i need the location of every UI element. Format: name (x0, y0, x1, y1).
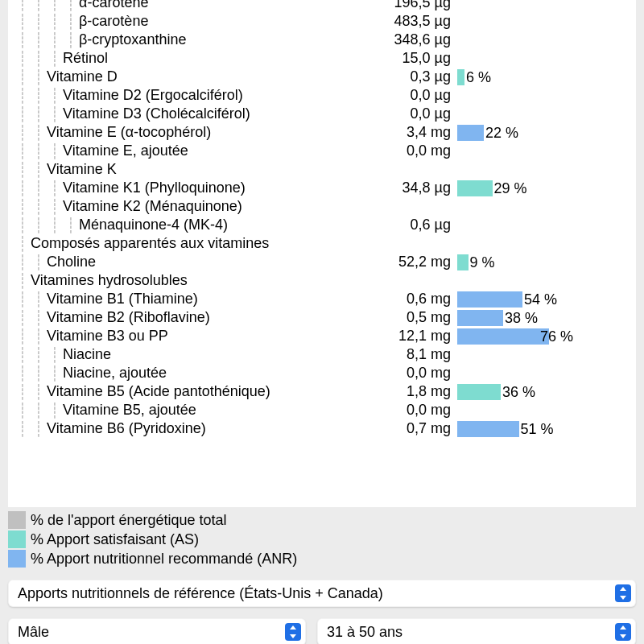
nutrient-label: Vitamines hydrosolubles (31, 272, 188, 289)
tree-guide: ┊ (31, 291, 47, 308)
tree-guide: ┊ (14, 291, 31, 308)
tree-guide: ┊ (63, 31, 79, 48)
tree-guide: ┊ (31, 13, 47, 30)
percent-bar-cell (457, 346, 578, 364)
nutrient-value: 0,0 mg (336, 402, 457, 419)
tree-guide: ┊ (47, 31, 63, 48)
tree-guide: ┊ (14, 254, 31, 270)
nutrient-label: Vitamine K1 (Phylloquinone) (63, 180, 246, 196)
tree-guide: ┊ (31, 0, 47, 11)
age-select[interactable]: 31 à 50 ans (317, 618, 636, 644)
swatch-blue (8, 550, 26, 568)
tree-guide: ┊ (14, 142, 31, 159)
percent-bar-cell (457, 402, 578, 419)
nutrient-label: Choline (47, 254, 96, 270)
sex-select[interactable]: Mâle (8, 618, 306, 644)
tree-guide: ┊ (14, 105, 31, 122)
tree-guide: ┊ (31, 346, 47, 363)
percent-bar-cell (457, 217, 578, 234)
nutrient-row: ┊┊┊Rétinol15,0 µg (8, 49, 636, 68)
percent-label: 9 % (457, 254, 578, 270)
nutrient-row: ┊┊Vitamine B3 ou PP12,1 mg76 % (8, 327, 636, 345)
nutrient-value: 12,1 mg (336, 328, 457, 345)
percent-label: 51 % (457, 421, 578, 437)
nutrient-value: 8,1 mg (336, 346, 457, 363)
percent-bar-cell: 76 % (457, 328, 578, 345)
tree-guide: ┊ (47, 142, 63, 159)
legend-ai: % Apport satisfaisant (AS) (8, 530, 636, 549)
nutrient-row: ┊┊┊Vitamine B5, ajoutée0,0 mg (8, 401, 636, 419)
tree-guide: ┊ (31, 87, 47, 104)
tree-guide: ┊ (31, 217, 47, 233)
tree-guide: ┊ (31, 309, 47, 326)
nutrient-label: Vitamine B5, ajoutée (63, 402, 196, 419)
nutrient-label: α-carotène (79, 0, 148, 11)
nutrient-label: Vitamine D (47, 68, 118, 85)
percent-bar-cell (457, 161, 578, 179)
percent-label: 22 % (457, 125, 578, 141)
nutrient-value: 0,0 µg (336, 87, 457, 104)
tree-guide: ┊ (14, 235, 31, 252)
nutrient-value: 0,3 µg (336, 68, 457, 85)
percent-bar-cell: 54 % (457, 291, 578, 308)
percent-bar-cell (457, 105, 578, 123)
nutrient-value: 0,7 mg (336, 420, 457, 437)
legend-rda: % Apport nutritionnel recommandé (ANR) (8, 549, 636, 568)
nutrient-value: 0,0 mg (336, 365, 457, 382)
nutrient-label: Vitamine K (47, 161, 117, 178)
tree-guide: ┊ (47, 365, 63, 382)
percent-bar-cell: 29 % (457, 180, 578, 197)
nutrient-row: ┊┊┊Niacine, ajoutée0,0 mg (8, 364, 636, 382)
tree-guide: ┊ (31, 383, 47, 400)
nutrient-row: ┊┊┊┊β-cryptoxanthine348,6 µg (8, 31, 636, 49)
legend-ai-label: % Apport satisfaisant (AS) (31, 531, 199, 548)
sex-select-value: Mâle (18, 624, 285, 641)
selects-area: Apports nutritionnels de référence (État… (8, 580, 636, 644)
nutrient-label: Vitamine B1 (Thiamine) (47, 291, 198, 308)
nutrient-row: ┊┊Vitamine K (8, 160, 636, 179)
nutrient-value: 483,5 µg (336, 13, 457, 30)
nutrient-value: 34,8 µg (336, 180, 457, 196)
nutrient-label: Vitamine B3 ou PP (47, 328, 168, 345)
nutrient-label: Rétinol (63, 50, 108, 67)
nutrient-row: ┊┊┊Vitamine K1 (Phylloquinone)34,8 µg29 … (8, 179, 636, 197)
nutrient-row: ┊┊┊Vitamine E, ajoutée0,0 mg (8, 142, 636, 160)
nutrient-value: 348,6 µg (336, 31, 457, 48)
age-select-value: 31 à 50 ans (327, 624, 615, 641)
nutrient-row: ┊┊┊Vitamine D3 (Cholécalciférol)0,0 µg (8, 105, 636, 123)
updown-icon (615, 584, 631, 602)
percent-label: 38 % (457, 310, 578, 326)
nutrient-row: ┊Vitamines hydrosolubles (8, 271, 636, 290)
swatch-teal (8, 530, 26, 548)
tree-guide: ┊ (14, 346, 31, 363)
percent-bar-cell: 51 % (457, 420, 578, 438)
tree-guide: ┊ (14, 68, 31, 85)
tree-guide: ┊ (14, 198, 31, 215)
tree-guide: ┊ (14, 328, 31, 345)
tree-guide: ┊ (47, 217, 63, 233)
reference-select[interactable]: Apports nutritionnels de référence (État… (8, 580, 636, 607)
nutrient-row: ┊┊Vitamine B6 (Pyridoxine)0,7 mg51 % (8, 419, 636, 438)
percent-bar-cell: 38 % (457, 309, 578, 327)
tree-guide: ┊ (31, 180, 47, 196)
tree-guide: ┊ (47, 198, 63, 215)
tree-guide: ┊ (31, 124, 47, 141)
percent-bar-cell (457, 13, 578, 31)
nutrient-label: Niacine (63, 346, 111, 363)
tree-guide: ┊ (31, 105, 47, 122)
tree-guide: ┊ (14, 272, 31, 289)
legend-rda-label: % Apport nutritionnel recommandé (ANR) (31, 551, 297, 568)
percent-bar-cell (457, 272, 578, 290)
nutrient-label: Vitamine K2 (Ménaquinone) (63, 198, 242, 215)
nutrient-label: β-carotène (79, 13, 148, 30)
tree-guide: ┊ (31, 68, 47, 85)
updown-icon (285, 623, 301, 641)
tree-guide: ┊ (14, 309, 31, 326)
reference-select-value: Apports nutritionnels de référence (État… (18, 585, 615, 602)
updown-icon (615, 623, 631, 641)
nutrient-value: 0,0 µg (336, 105, 457, 122)
nutrient-label: Vitamine B2 (Riboflavine) (47, 309, 210, 326)
percent-bar-cell: 22 % (457, 124, 578, 142)
nutrients-panel: ┊┊┊┊α-carotène196,5 µg┊┊┊┊β-carotène483,… (8, 0, 636, 507)
tree-guide: ┊ (47, 402, 63, 419)
